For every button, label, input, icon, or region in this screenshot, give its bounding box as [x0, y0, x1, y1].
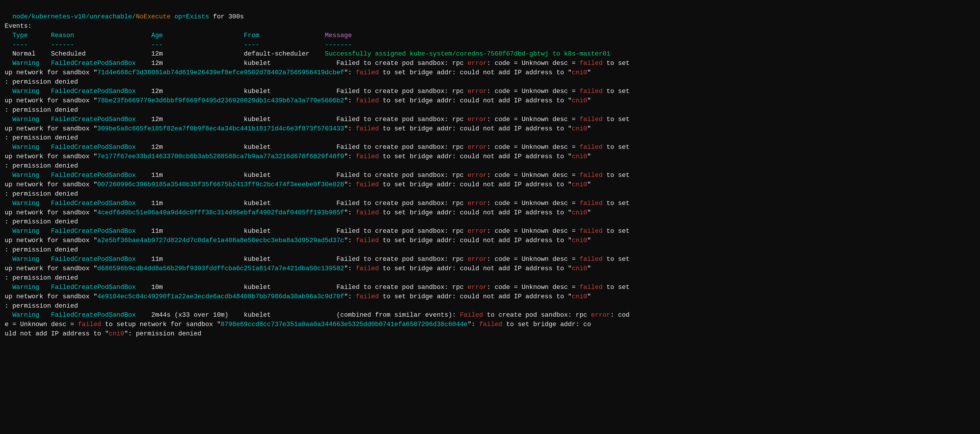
row-6-age: 11m	[143, 200, 236, 207]
row-4-msg4: ":	[344, 153, 356, 160]
row-10-age: 2m44s (x33 over 10m)	[143, 311, 236, 319]
row-4-sandbox: 7e177f67ee33bd14633700cb6b3ab5288588ca7b…	[97, 153, 344, 160]
row-1-from: kubelet	[236, 60, 317, 67]
row-8-failed2: failed	[356, 265, 379, 272]
row-2-msg4: ":	[344, 97, 356, 104]
row-7-reason: FailedCreatePodSandBox	[43, 228, 143, 235]
row-8-error: error	[468, 255, 487, 263]
row-10-from: kubelet	[236, 311, 317, 319]
row-6-failed2: failed	[356, 209, 379, 216]
row-2-cni: cni0	[572, 97, 587, 104]
row-10-sandbox: 8798e69ccd8cc737e351a0aa0a344663e5325dd0…	[221, 321, 468, 328]
row-6-msg2: : code = Unknown desc =	[487, 200, 579, 207]
row-3-reason: FailedCreatePodSandBox	[43, 116, 143, 123]
row-5-reason: FailedCreatePodSandBox	[43, 172, 143, 179]
row-2-type: Warning	[5, 88, 43, 95]
row-10-msg7: ": permission denied	[124, 330, 201, 337]
row-9-from: kubelet	[236, 284, 317, 291]
row-9-sandbox: 4e9104ec5c84c49290f1a22ae3ecde6acdb48408…	[97, 293, 344, 300]
row-1-reason: FailedCreatePodSandBox	[43, 60, 143, 67]
row-1-msg4: ":	[344, 69, 356, 76]
row-1-msg2: : code = Unknown desc =	[487, 60, 579, 67]
row-2-failed2: failed	[356, 97, 379, 104]
row-4-message: Failed to create pod sandbox: rpc	[317, 144, 468, 151]
row-0-reason: Scheduled	[43, 50, 143, 57]
row-9-message: Failed to create pod sandbox: rpc	[317, 284, 468, 291]
row-3-msg2: : code = Unknown desc =	[487, 116, 579, 123]
row-5-from: kubelet	[236, 172, 317, 179]
row-7-failed: failed	[579, 228, 603, 235]
col-reason-header: Reason	[43, 32, 143, 39]
col-type-header: Type	[5, 32, 43, 39]
row-9-failed: failed	[579, 284, 603, 291]
col-type-divider: ----	[5, 41, 43, 49]
row-8-failed: failed	[579, 255, 603, 263]
row-9-msg4: ":	[344, 293, 356, 300]
row-10-failed: Failed	[460, 311, 483, 319]
row-3-failed: failed	[579, 116, 603, 123]
row-1-msg5: to set bridge addr: could not add IP add…	[379, 69, 572, 76]
top-line: node/kubernetes-v10/unreachable/	[5, 13, 136, 21]
col-age-header: Age	[143, 32, 236, 39]
row-5-type: Warning	[5, 172, 43, 179]
top-line-op: op=Exists	[175, 13, 209, 21]
row-7-error: error	[468, 228, 487, 235]
row-6-message: Failed to create pod sandbox: rpc	[317, 200, 468, 207]
row-2-failed: failed	[579, 88, 603, 95]
row-5-age: 11m	[143, 172, 236, 179]
row-10-msg2: to create pod sandbox: rpc	[483, 311, 591, 319]
row-10-msg5: ":	[468, 321, 479, 328]
terminal-output: node/kubernetes-v10/unreachable/NoExecut…	[5, 3, 975, 339]
row-10-failed3: failed	[479, 321, 502, 328]
row-8-msg5: to set bridge addr: could not add IP add…	[379, 265, 572, 272]
row-0-from: default-scheduler	[236, 50, 317, 57]
row-3-cni: cni0	[572, 125, 587, 132]
row-10-error: error	[591, 311, 610, 319]
row-5-cni: cni0	[572, 181, 587, 188]
row-1-age: 12m	[143, 60, 236, 67]
row-8-from: kubelet	[236, 255, 317, 263]
row-1-type: Warning	[5, 60, 43, 67]
row-4-failed2: failed	[356, 153, 379, 160]
row-9-age: 10m	[143, 284, 236, 291]
row-8-age: 11m	[143, 255, 236, 263]
row-4-from: kubelet	[236, 144, 317, 151]
row-3-message: Failed to create pod sandbox: rpc	[317, 116, 468, 123]
row-8-reason: FailedCreatePodSandBox	[43, 255, 143, 263]
row-2-from: kubelet	[236, 88, 317, 95]
row-3-failed2: failed	[356, 125, 379, 132]
row-7-cni: cni0	[572, 237, 587, 244]
row-1-error: error	[468, 60, 487, 67]
row-5-msg2: : code = Unknown desc =	[487, 172, 579, 179]
row-2-reason: FailedCreatePodSandBox	[43, 88, 143, 95]
row-7-msg2: : code = Unknown desc =	[487, 228, 579, 235]
row-4-failed: failed	[579, 144, 603, 151]
row-2-msg2: : code = Unknown desc =	[487, 88, 579, 95]
row-1-cni: cni0	[572, 69, 587, 76]
col-message-divider: -------	[317, 41, 352, 49]
row-5-msg4: ":	[344, 181, 356, 188]
row-2-sandbox: 78be23fb669779e3d6bbf9f669f9495d23692002…	[97, 97, 344, 104]
row-7-msg5: to set bridge addr: could not add IP add…	[379, 237, 572, 244]
row-5-error: error	[468, 172, 487, 179]
row-3-age: 12m	[143, 116, 236, 123]
row-6-sandbox: 4cedf6d0bc51e06a49a9d4dc0fff38c314d96ebf…	[97, 209, 344, 216]
row-6-failed: failed	[579, 200, 603, 207]
events-label: Events:	[5, 22, 32, 30]
row-7-from: kubelet	[236, 228, 317, 235]
row-1-failed2: failed	[356, 69, 379, 76]
row-7-type: Warning	[5, 228, 43, 235]
row-1-failed: failed	[579, 60, 603, 67]
row-7-message: Failed to create pod sandbox: rpc	[317, 228, 468, 235]
row-5-sandbox: 007260996c396b9185a3540b35f35f6675b2413f…	[97, 181, 344, 188]
col-from-header: From	[236, 32, 317, 39]
row-1-message: Failed to create pod sandbox: rpc	[317, 60, 468, 67]
row-9-cni: cni0	[572, 293, 587, 300]
row-8-msg4: ":	[344, 265, 356, 272]
row-4-type: Warning	[5, 144, 43, 151]
row-4-error: error	[468, 144, 487, 151]
col-from-divider: ----	[236, 41, 317, 49]
row-4-msg5: to set bridge addr: could not add IP add…	[379, 153, 572, 160]
row-2-age: 12m	[143, 88, 236, 95]
col-message-header: Message	[317, 32, 352, 39]
